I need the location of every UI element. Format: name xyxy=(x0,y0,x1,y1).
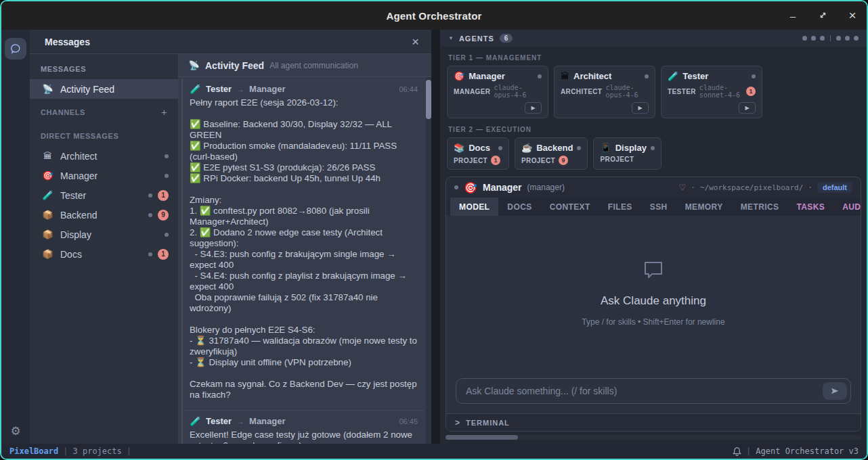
conversation-list: MESSAGES 📡 Activity Feed CHANNELS + DIRE… xyxy=(30,54,179,444)
tab-audit[interactable]: AUDIT xyxy=(833,198,861,216)
send-button[interactable] xyxy=(823,382,847,400)
env-badge[interactable]: default xyxy=(817,182,852,193)
add-channel-button[interactable]: + xyxy=(161,107,167,118)
agents-status-dots xyxy=(802,35,859,41)
list-item-backend[interactable]: 📦 Backend 9 xyxy=(30,205,178,225)
agent-card-manager[interactable]: 🎯 Manager MANAGER claude-opus-4-6 ▶ xyxy=(447,66,548,118)
presence-dot xyxy=(165,154,169,158)
close-icon[interactable]: × xyxy=(412,35,419,48)
messages-rail-button[interactable] xyxy=(5,38,26,60)
horizontal-scrollbar[interactable] xyxy=(446,435,861,440)
workspace-path: ~/workspace/pixelboard/ xyxy=(700,183,803,192)
tier1-cards: 🎯 Manager MANAGER claude-opus-4-6 ▶ 🏛 xyxy=(440,66,867,118)
agent-name: Tester xyxy=(682,71,708,81)
chevron-right-icon: > xyxy=(455,418,460,428)
arrow-icon: → xyxy=(236,417,244,426)
messages-panel-title: Messages xyxy=(45,37,90,47)
empty-state-title: Ask Claude anything xyxy=(601,294,706,308)
presence-dot xyxy=(148,213,152,217)
presence-dot xyxy=(165,233,169,237)
detail-agent-name: Manager xyxy=(483,182,522,193)
message-from: Tester xyxy=(206,84,232,94)
tab-tasks[interactable]: TASKS xyxy=(787,198,833,216)
agent-role: TESTER xyxy=(668,88,696,95)
tab-context[interactable]: CONTEXT xyxy=(541,198,599,216)
bell-icon xyxy=(733,446,741,456)
gear-icon[interactable]: ⚙ xyxy=(10,426,20,437)
tab-docs[interactable]: DOCS xyxy=(498,198,540,216)
status-dot xyxy=(802,36,807,41)
tier2-label: TIER 2 — EXECUTION xyxy=(448,126,859,133)
agent-card-backend[interactable]: ☕ Backend PROJECT 9 xyxy=(515,137,588,170)
list-item-docs[interactable]: 📦 Docs 1 xyxy=(30,244,178,264)
close-button[interactable]: × xyxy=(846,8,859,23)
agents-count-badge: 6 xyxy=(500,34,513,43)
message-time: 06:44 xyxy=(399,85,418,93)
maximize-button[interactable] xyxy=(817,10,829,22)
detail-header: 🎯 Manager (manager) ♡ · ~/workspace/pixe… xyxy=(446,177,861,198)
run-agent-button[interactable]: ▶ xyxy=(632,102,649,114)
tab-metrics[interactable]: METRICS xyxy=(732,198,788,216)
agent-role: MANAGER xyxy=(454,88,490,95)
agents-panel: ▼ AGENTS 6 TIER 1 — MANAGEMENT 🎯 Manager… xyxy=(440,30,867,444)
activity-feed-header: 📡 Activity Feed All agent communication xyxy=(179,54,431,77)
agent-name: Display xyxy=(615,143,647,153)
tab-model[interactable]: MODEL xyxy=(450,198,498,216)
list-item-manager[interactable]: 🎯 Manager xyxy=(30,166,178,185)
mobile-phone-icon: 📱 xyxy=(600,143,611,153)
agents-label: AGENTS xyxy=(459,34,494,43)
messages-section-label: MESSAGES xyxy=(30,57,178,79)
tab-memory[interactable]: MEMORY xyxy=(676,198,732,216)
run-agent-button[interactable]: ▶ xyxy=(739,102,756,114)
package-icon: 📦 xyxy=(42,210,53,220)
app-window: Agent Orchestrator – × ⚙ Messages × xyxy=(0,0,868,460)
agent-card-tester[interactable]: 🧪 Tester TESTER claude-sonnet-4-6 1 ▶ xyxy=(661,66,762,118)
unread-badge: 1 xyxy=(491,156,500,165)
play-icon: ▶ xyxy=(638,105,642,111)
unread-badge: 1 xyxy=(158,249,169,260)
ask-claude-input[interactable] xyxy=(456,379,850,403)
list-item-display[interactable]: 📦 Display xyxy=(30,225,178,244)
statusbar-version: Agent Orchestrator v3 xyxy=(756,446,859,456)
list-item-label: Architect xyxy=(60,151,97,162)
agent-name: Docs xyxy=(469,143,490,153)
target-icon: 🎯 xyxy=(464,181,477,194)
status-dot xyxy=(811,36,816,41)
statusbar-projects: 3 projects xyxy=(72,446,121,456)
chat-input-row xyxy=(446,371,861,413)
feed-scrollbar-thumb[interactable] xyxy=(426,80,431,119)
agent-card-architect[interactable]: 🏛 Architect ARCHITECT claude-opus-4-6 ▶ xyxy=(554,66,655,118)
messages-panel: Messages × MESSAGES 📡 Activity Feed CHAN… xyxy=(30,30,431,444)
list-item-activity-feed[interactable]: 📡 Activity Feed xyxy=(30,79,178,99)
heart-icon: ♡ xyxy=(679,183,687,192)
feed-scrollbar[interactable] xyxy=(426,77,431,444)
agent-card-display[interactable]: 📱 Display PROJECT xyxy=(593,137,661,170)
agent-role: PROJECT xyxy=(521,157,555,164)
presence-dot xyxy=(165,174,169,178)
tab-files[interactable]: FILES xyxy=(599,198,641,216)
window-title: Agent Orchestrator xyxy=(386,10,481,22)
agents-header[interactable]: ▼ AGENTS 6 xyxy=(440,30,867,47)
presence-dot xyxy=(148,193,152,198)
books-icon: 📚 xyxy=(454,143,464,153)
presence-dot xyxy=(454,185,458,189)
agent-card-docs[interactable]: 📚 Docs PROJECT 1 xyxy=(447,137,509,170)
tab-ssh[interactable]: SSH xyxy=(641,198,676,216)
feed-scroll-area: 🧪 Tester → Manager 06:44 Pełny raport E2… xyxy=(179,77,431,444)
tier1-label: TIER 1 — MANAGEMENT xyxy=(448,54,859,62)
target-icon: 🎯 xyxy=(454,71,464,81)
agent-model: claude-opus-4-6 xyxy=(605,84,649,99)
message-to: Manager xyxy=(249,416,285,426)
package-icon: 📦 xyxy=(42,249,53,259)
status-dot xyxy=(836,36,841,41)
minimize-button[interactable]: – xyxy=(787,10,799,22)
agent-name: Manager xyxy=(469,71,504,81)
horizontal-scrollbar-thumb[interactable] xyxy=(446,435,518,440)
list-item-architect[interactable]: 🏛 Architect xyxy=(30,146,178,166)
list-item-label: Activity Feed xyxy=(60,84,114,95)
terminal-toggle[interactable]: > TERMINAL xyxy=(446,413,861,431)
presence-dot xyxy=(538,74,542,78)
run-agent-button[interactable]: ▶ xyxy=(525,102,542,114)
list-item-tester[interactable]: 🧪 Tester 1 xyxy=(30,185,178,205)
window-controls: – × xyxy=(787,1,859,30)
